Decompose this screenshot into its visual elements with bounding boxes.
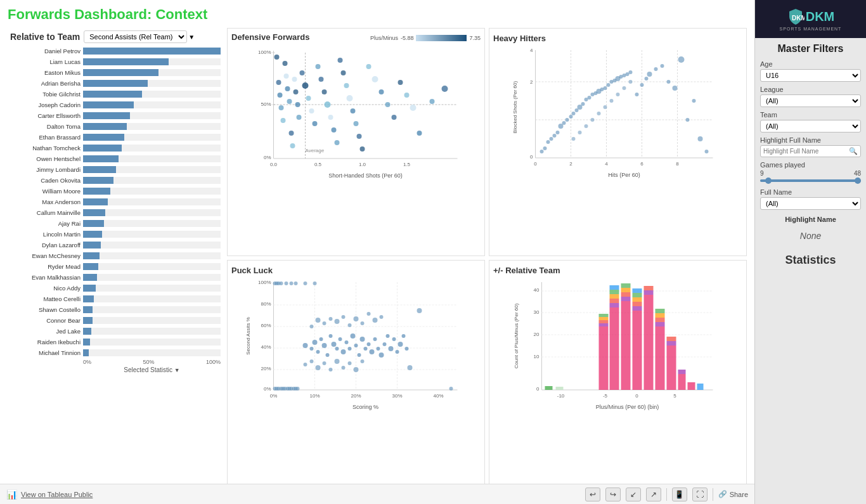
highlight-search-box[interactable]: 🔍 [760,145,861,157]
svg-point-52 [379,89,384,94]
svg-text:0%: 0% [270,393,278,399]
bar-track [83,80,221,87]
player-name: Ryder Mead [10,263,83,270]
list-item: Lincoln Martin [10,229,221,239]
svg-point-231 [417,308,422,313]
svg-point-200 [386,334,390,338]
share-button[interactable]: 🔗 Share [718,490,748,498]
svg-rect-253 [599,317,609,320]
svg-point-20 [283,61,288,66]
player-name: Ajay Rai [10,220,83,227]
svg-point-80 [540,150,544,153]
svg-point-56 [404,93,410,98]
statistic-dropdown[interactable]: Second Assists (Rel Team) [84,30,187,43]
forward-button[interactable]: ↗ [646,488,661,501]
league-filter-group: League (All) [755,84,866,109]
svg-point-230 [449,387,453,391]
svg-point-210 [329,317,333,321]
svg-rect-283 [678,374,686,390]
league-dropdown[interactable]: (All) [760,94,861,107]
svg-point-33 [309,108,314,113]
svg-point-15 [275,55,280,60]
svg-point-37 [322,89,327,94]
undo-button[interactable]: ↩ [585,488,600,501]
list-item: Evan Malkhassian [10,272,221,282]
full-name-dropdown[interactable]: (All) [760,197,861,210]
bar-fill [83,274,97,281]
fullscreen-button[interactable]: ⛶ [692,488,708,501]
svg-rect-276 [656,322,665,326]
svg-point-83 [550,137,553,141]
svg-text:Count of Plus/Minus (Per 60): Count of Plus/Minus (Per 60) [514,303,519,368]
redo-button[interactable]: ↪ [605,488,621,501]
bar-track [83,134,221,141]
team-dropdown[interactable]: (All) [760,120,861,132]
player-name: Matteo Cerelli [10,295,83,302]
svg-point-118 [686,118,690,122]
back-button[interactable]: ↙ [626,488,641,501]
bar-fill [83,263,98,270]
highlight-fullname-input[interactable] [763,148,849,155]
list-item: Adrian Berisha [10,78,221,88]
svg-point-165 [296,387,300,391]
svg-rect-254 [599,314,609,317]
svg-point-228 [361,359,365,363]
heavy-hitters-title: Heavy Hitters [493,34,546,43]
bar-fill [83,328,91,335]
bar-fill [83,339,90,346]
bar-track [83,48,221,55]
player-name: William Moore [10,188,83,195]
player-name: Lincoln Martin [10,231,83,238]
svg-point-182 [329,334,333,338]
dashboard-area: Forwards Dashboard: Context Relative to … [0,0,754,504]
bar-chart: Daniel PetrovLiam LucasEaston MikusAdria… [10,46,221,413]
svg-text:2: 2 [569,161,572,167]
svg-point-173 [304,281,307,285]
list-item: Ryder Mead [10,261,221,271]
svg-point-225 [342,366,346,370]
bar-track [83,91,221,98]
svg-point-87 [562,121,566,125]
svg-text:80%: 80% [261,301,271,307]
svg-point-215 [361,321,365,325]
bar-fill [83,306,93,313]
svg-point-128 [610,99,614,103]
device-view-button[interactable]: 📱 [672,488,687,501]
svg-point-120 [698,136,703,141]
svg-point-220 [310,359,314,363]
svg-text:4: 4 [530,48,533,53]
slider-thumb-right[interactable] [855,178,861,184]
player-name: Jed Lake [10,328,83,335]
list-item: Nathan Tomcheck [10,143,221,153]
svg-rect-270 [633,293,642,297]
svg-point-39 [328,115,333,120]
svg-rect-285 [688,382,695,390]
bar-track [83,339,221,346]
bar-track [83,188,221,195]
player-name: Callum Mainville [10,209,83,216]
svg-rect-271 [633,288,642,293]
svg-point-219 [304,363,307,366]
footer-bar: 📊 View on Tableau Public ↩ ↪ ↙ ↗ 📱 ⛶ 🔗 S… [0,484,754,504]
list-item: Jimmy Lombardi [10,164,221,174]
svg-text:Second Assits %: Second Assits % [245,317,251,355]
age-dropdown[interactable]: U16 U17 U18 U20 [760,69,861,82]
player-name: Max Anderson [10,198,83,205]
svg-text:0: 0 [635,393,638,399]
svg-text:100%: 100% [258,280,271,285]
svg-rect-275 [656,326,665,390]
slider-thumb-left[interactable] [765,178,772,184]
svg-point-53 [385,102,391,107]
games-max: 48 [854,170,861,177]
svg-text:Average: Average [306,148,325,153]
svg-rect-260 [610,285,619,290]
svg-point-25 [290,143,295,148]
bar-track [83,198,221,205]
svg-point-94 [585,98,588,101]
tableau-link[interactable]: View on Tableau Public [21,491,93,498]
plus-minus-chart: +/- Relative Team 40 30 20 10 0 [489,260,747,488]
svg-point-222 [323,361,326,365]
svg-point-180 [322,343,327,348]
svg-rect-263 [621,292,631,297]
heavy-hitters-chart: Heavy Hitters 4 2 0 0 [489,28,747,256]
